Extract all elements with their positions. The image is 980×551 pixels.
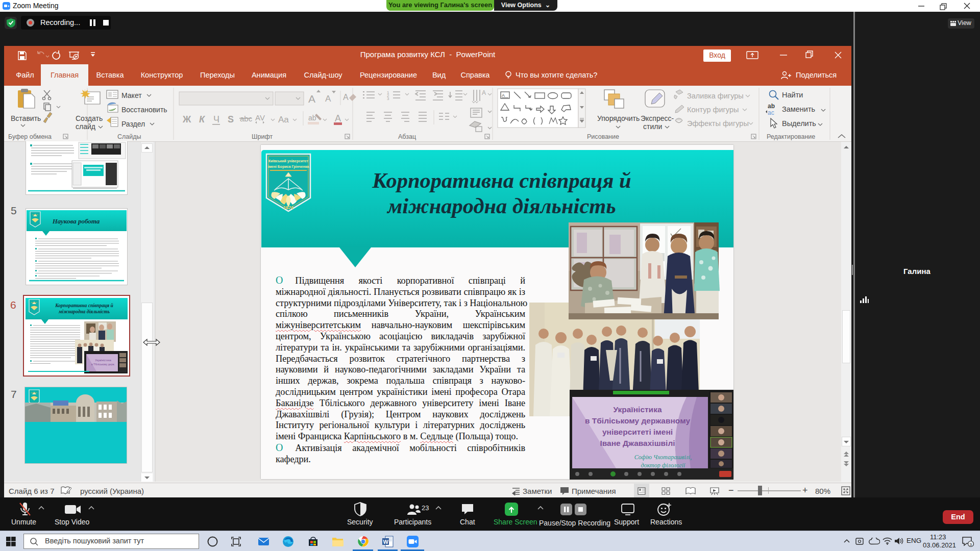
svg-text:Наукова робота: Наукова робота bbox=[52, 217, 100, 225]
svg-text:Восстановить: Восстановить bbox=[121, 106, 167, 114]
svg-text:AV: AV bbox=[255, 113, 265, 122]
svg-text:Київський університет: Київський університет bbox=[268, 159, 309, 163]
svg-text:Софію Чхотарашвілі,: Софію Чхотарашвілі, bbox=[634, 454, 692, 461]
svg-text:доктор філології: доктор філології bbox=[641, 462, 686, 469]
svg-text:Буфер обмена: Буфер обмена bbox=[8, 133, 52, 140]
svg-text:ab: ab bbox=[768, 103, 775, 110]
svg-text:Україністика: Україністика bbox=[95, 359, 111, 362]
svg-text:ab: ab bbox=[308, 114, 316, 122]
svg-text:стили: стили bbox=[643, 122, 662, 131]
svg-text:Найти: Найти bbox=[782, 91, 803, 99]
svg-text:Шрифт: Шрифт bbox=[252, 133, 273, 140]
svg-text:в Тбіліському держ.: в Тбіліському держ. bbox=[91, 363, 115, 366]
svg-text:університеті імені: університеті імені bbox=[602, 428, 673, 436]
svg-text:А: А bbox=[308, 93, 315, 105]
svg-text:міжнародна діяльність: міжнародна діяльність bbox=[58, 309, 110, 314]
svg-text:Абзац: Абзац bbox=[398, 133, 416, 140]
svg-text:ac: ac bbox=[768, 109, 774, 116]
svg-text:3: 3 bbox=[387, 96, 389, 101]
svg-text:Редактирование: Редактирование bbox=[767, 133, 815, 140]
svg-text:S: S bbox=[228, 114, 234, 124]
svg-text:А: А bbox=[482, 89, 486, 96]
svg-text:слайд: слайд bbox=[76, 122, 95, 131]
svg-text:Іване Джавахішвілі: Іване Джавахішвілі bbox=[600, 439, 675, 447]
svg-text:А: А bbox=[325, 94, 331, 104]
svg-text:Ч: Ч bbox=[213, 114, 219, 124]
svg-text:Ж: Ж bbox=[182, 114, 191, 124]
svg-text:1874: 1874 bbox=[283, 205, 293, 210]
svg-text:Корпоративна співпраця й: Корпоративна співпраця й bbox=[55, 303, 113, 308]
svg-text:Раздел: Раздел bbox=[121, 120, 145, 128]
svg-text:К: К bbox=[199, 114, 206, 124]
svg-text:А: А bbox=[502, 93, 505, 98]
svg-text:Aa: Aa bbox=[278, 115, 289, 124]
svg-text:Слайды: Слайды bbox=[117, 133, 141, 140]
svg-text:А: А bbox=[343, 93, 349, 102]
svg-text:Упорядочить: Упорядочить bbox=[597, 114, 640, 122]
svg-text:W: W bbox=[383, 539, 389, 545]
svg-text:Вставить: Вставить bbox=[11, 114, 41, 122]
svg-text:Рисование: Рисование bbox=[587, 133, 619, 140]
svg-text:3: 3 bbox=[970, 542, 972, 547]
svg-text:Макет: Макет bbox=[121, 91, 142, 99]
svg-text:Выделить: Выделить bbox=[782, 119, 816, 128]
svg-text:Экспресс-: Экспресс- bbox=[641, 114, 674, 122]
svg-text:Заливка фигуры: Заливка фигуры bbox=[687, 92, 744, 100]
svg-text:Україністика: Україністика bbox=[613, 405, 662, 414]
svg-text:Заменить: Заменить bbox=[782, 105, 815, 113]
svg-text:Контур фигуры: Контур фигуры bbox=[687, 106, 739, 114]
svg-text:Создать: Создать bbox=[76, 114, 103, 122]
svg-text:Эффекты фигуры: Эффекты фигуры bbox=[687, 119, 749, 128]
svg-text:A: A bbox=[335, 113, 341, 123]
svg-text:в Тбіліському державному: в Тбіліському державному bbox=[585, 416, 690, 425]
